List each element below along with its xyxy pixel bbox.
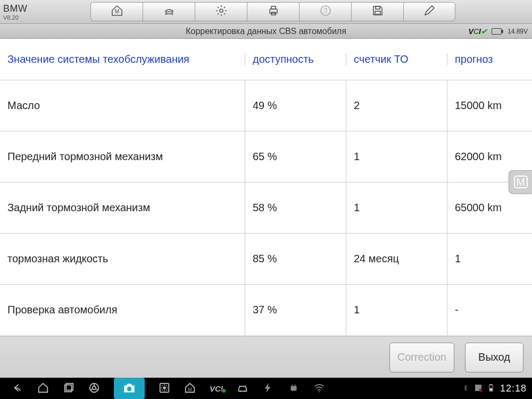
svg-rect-9 (375, 11, 380, 14)
svg-rect-30 (490, 388, 493, 390)
home-m-nav-icon[interactable]: M (184, 382, 196, 395)
table-row[interactable]: Задний тормозной механизм 58 % 1 65000 k… (0, 182, 532, 234)
svg-rect-27 (479, 389, 482, 392)
cell-counter: 1 (346, 285, 447, 335)
bluetooth-icon (462, 384, 469, 393)
floating-m-badge[interactable]: M (509, 170, 532, 194)
android-navbar: M VCI 12:18 (0, 378, 532, 399)
car-lift-icon (163, 4, 176, 19)
svg-rect-29 (490, 384, 492, 385)
pencil-icon (423, 4, 436, 19)
col-counter: счетчик ТО (346, 53, 447, 65)
cell-availability: 49 % (245, 80, 346, 131)
svg-rect-8 (376, 6, 380, 9)
cell-counter: 1 (346, 182, 447, 233)
battery-nav-icon (487, 384, 495, 393)
cell-service: Передний тормозной механизм (0, 131, 245, 182)
bolt-icon[interactable] (262, 382, 274, 395)
brand-version: V8.20 (3, 14, 90, 21)
vcl-nav-icon[interactable]: VCI (210, 384, 223, 393)
cell-service: Проверка автомобиля (0, 285, 245, 335)
brand-name: BMW (3, 3, 90, 14)
svg-text:M: M (114, 9, 119, 14)
brightness-icon[interactable] (159, 382, 170, 395)
settings-button[interactable] (195, 2, 247, 21)
svg-text:M: M (188, 387, 192, 392)
cell-forecast: 15000 km (447, 80, 532, 131)
printer-icon (267, 4, 280, 19)
svg-rect-11 (502, 30, 503, 33)
cell-availability: 37 % (245, 285, 346, 335)
col-forecast: прогноз (447, 53, 532, 65)
table-row[interactable]: Проверка автомобиля 37 % 1 - (0, 285, 532, 336)
svg-point-18 (163, 386, 166, 389)
toolbar-buttons: M ? (90, 2, 455, 21)
home-m-icon: M (111, 4, 123, 19)
battery-voltage: 14.89V (508, 28, 528, 35)
nav-right: 12:18 (462, 383, 532, 394)
page-title: Корректировка данных CBS автомобиля (186, 27, 346, 36)
cell-counter: 2 (346, 80, 447, 131)
svg-point-21 (244, 390, 245, 392)
cbs-table: Значение системы техобслуживания доступн… (0, 39, 532, 336)
cell-service: Задний тормозной механизм (0, 182, 245, 233)
svg-point-25 (319, 391, 320, 392)
android-icon[interactable] (288, 382, 300, 395)
svg-point-15 (93, 386, 96, 389)
brand-block: BMW V8.20 (0, 3, 90, 21)
recents-icon[interactable] (63, 382, 74, 395)
car-nav-icon[interactable] (237, 382, 248, 395)
cell-service: тормозная жидкость (0, 234, 245, 284)
edit-button[interactable] (403, 2, 455, 21)
vehicle-button[interactable] (143, 2, 195, 21)
nav-left: M VCI (0, 378, 325, 399)
vci-status: VCI✔ (469, 27, 487, 36)
floppy-icon (371, 4, 384, 19)
home-icon[interactable] (37, 382, 49, 395)
cell-counter: 1 (346, 131, 447, 182)
save-button[interactable] (351, 2, 403, 21)
col-availability: доступность (245, 53, 346, 65)
chrome-icon[interactable] (88, 382, 100, 395)
camera-button[interactable] (114, 378, 145, 399)
table-row[interactable]: Передний тормозной механизм 65 % 1 62000… (0, 131, 532, 182)
correction-button[interactable]: Correction (389, 343, 454, 372)
status-right: VCI✔ 14.89V (469, 27, 528, 36)
no-sim-icon (475, 384, 482, 393)
cell-forecast: 1 (447, 234, 532, 284)
col-service-value: Значение системы техобслуживания (0, 53, 245, 65)
svg-point-2 (220, 9, 223, 12)
print-button[interactable] (247, 2, 299, 21)
cell-counter: 24 месяц (346, 234, 447, 284)
cell-availability: 58 % (245, 182, 346, 233)
cell-forecast: - (447, 285, 532, 335)
svg-rect-22 (291, 386, 297, 390)
sub-header: Корректировка данных CBS автомобиля VCI✔… (0, 24, 532, 39)
svg-point-16 (127, 387, 132, 392)
battery-icon (492, 28, 503, 35)
cell-availability: 85 % (245, 234, 346, 284)
svg-point-24 (295, 384, 296, 385)
exit-button[interactable]: Выход (465, 343, 523, 372)
table-row[interactable]: Масло 49 % 2 15000 km (0, 80, 532, 131)
svg-point-20 (240, 390, 242, 392)
gear-icon (215, 4, 228, 19)
help-button[interactable]: ? (299, 2, 351, 21)
svg-rect-4 (271, 6, 276, 9)
back-icon[interactable] (12, 382, 23, 395)
cell-availability: 65 % (245, 131, 346, 182)
wifi-icon[interactable] (313, 382, 325, 395)
m-icon: M (514, 176, 528, 188)
svg-point-23 (292, 384, 293, 385)
question-icon: ? (319, 4, 332, 19)
svg-text:?: ? (323, 7, 327, 14)
clock: 12:18 (500, 383, 527, 394)
table-header: Значение системы техобслуживания доступн… (0, 39, 532, 80)
svg-rect-10 (492, 28, 501, 34)
button-bar: Correction Выход (0, 336, 532, 378)
top-toolbar: BMW V8.20 M ? (0, 0, 532, 24)
table-row[interactable]: тормозная жидкость 85 % 24 месяц 1 (0, 234, 532, 285)
cell-service: Масло (0, 80, 245, 131)
home-button[interactable]: M (90, 2, 143, 21)
